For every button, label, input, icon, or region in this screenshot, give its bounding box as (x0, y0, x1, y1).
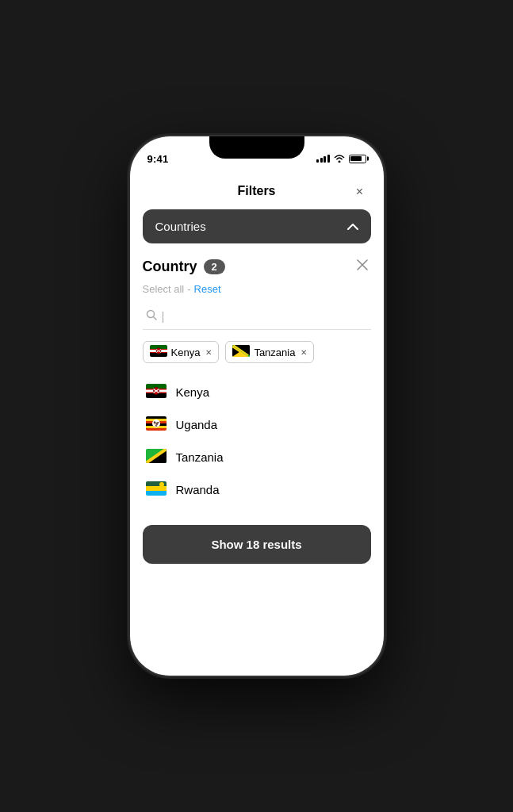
count-badge: 2 (204, 259, 225, 274)
signal-bar-3 (323, 156, 326, 163)
status-time: 9:41 (147, 153, 169, 165)
select-reset-row: Select all - Reset (143, 283, 371, 295)
country-item-tanzania[interactable]: Tanzania (143, 441, 371, 473)
flag-rwanda (146, 481, 167, 498)
signal-bar-2 (320, 158, 323, 163)
search-icon (146, 309, 157, 323)
country-item-uganda[interactable]: 🦅 Uganda (143, 408, 371, 441)
svg-rect-22 (146, 416, 167, 419)
tag-kenya-flag (150, 345, 167, 359)
tags-row: Kenya ✕ (143, 341, 371, 363)
battery-fill (350, 156, 362, 161)
select-all-text[interactable]: Select all (143, 283, 185, 295)
filter-label: Country (143, 259, 197, 275)
show-results-button[interactable]: Show 18 results (143, 525, 371, 564)
flag-tanzania-list (146, 449, 167, 465)
search-container: | (143, 304, 371, 330)
phone-screen: 9:41 (130, 136, 384, 676)
signal-bar-1 (316, 159, 319, 163)
phone-frame: 9:41 (130, 136, 384, 676)
signal-bars-icon (316, 155, 330, 163)
status-icons (316, 154, 366, 164)
svg-rect-27 (146, 428, 167, 431)
notch (209, 136, 304, 159)
country-item-rwanda[interactable]: Rwanda (143, 473, 371, 506)
tag-tanzania-flag (232, 345, 250, 359)
tag-tanzania-label: Tanzania (254, 347, 295, 358)
filter-label-group: Country 2 (143, 259, 225, 275)
country-list: Kenya 🦅 (143, 376, 371, 506)
tag-tanzania: Tanzania ✕ (225, 341, 314, 363)
tag-kenya-remove[interactable]: ✕ (205, 348, 212, 357)
flag-kenya (146, 384, 167, 400)
flag-uganda: 🦅 (146, 416, 167, 433)
divider-dash: - (187, 283, 190, 295)
modal-title: Filters (237, 184, 275, 198)
modal-content: Filters × Countries Country 2 (130, 171, 384, 570)
tag-kenya-label: Kenya (171, 347, 201, 358)
filter-close-button[interactable] (354, 256, 371, 277)
svg-text:🦅: 🦅 (152, 420, 159, 427)
chevron-up-icon (347, 220, 358, 232)
section-header-label: Countries (155, 220, 206, 233)
country-name-uganda: Uganda (176, 418, 218, 431)
battery-icon (349, 155, 366, 163)
country-name-tanzania: Tanzania (176, 450, 224, 464)
section-header[interactable]: Countries (143, 209, 371, 243)
filter-card: Country 2 Select all - Reset (143, 256, 371, 506)
country-name-rwanda: Rwanda (176, 483, 220, 496)
modal-header: Filters × (143, 174, 371, 209)
tag-kenya: Kenya ✕ (143, 341, 220, 363)
signal-bar-4 (327, 155, 330, 163)
tag-tanzania-remove[interactable]: ✕ (301, 348, 307, 357)
wifi-icon (334, 154, 345, 164)
reset-button[interactable]: Reset (194, 283, 221, 295)
svg-rect-34 (146, 486, 167, 491)
close-button[interactable]: × (349, 181, 371, 203)
filter-row: Country 2 (143, 256, 371, 277)
country-item-kenya[interactable]: Kenya (143, 376, 371, 408)
svg-rect-35 (146, 491, 167, 496)
search-cursor[interactable]: | (162, 309, 165, 323)
country-name-kenya: Kenya (176, 385, 210, 399)
